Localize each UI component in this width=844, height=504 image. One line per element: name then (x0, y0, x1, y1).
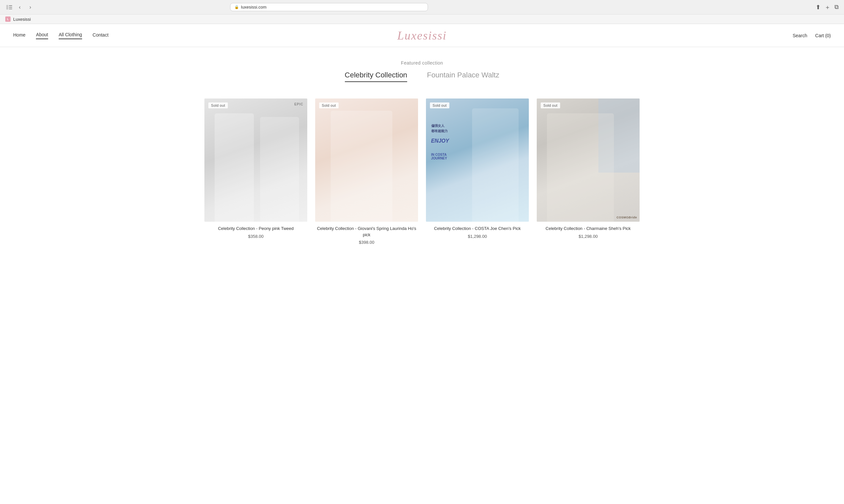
svg-rect-0 (6, 5, 8, 10)
address-bar[interactable]: 🔒 luxesissi.com (230, 3, 428, 11)
sold-out-badge-1: Sold out (208, 103, 228, 108)
product-info-2: Celebrity Collection - Giovani's Spring … (315, 222, 418, 246)
search-link[interactable]: Search (793, 33, 807, 38)
product-image-1: EPIC Sold out (204, 98, 307, 222)
product-grid: EPIC Sold out Celebrity Collection - Peo… (204, 98, 640, 246)
nav-right: Search Cart (0) (793, 33, 831, 38)
svg-rect-1 (9, 5, 12, 6)
product-price-4: $1,298.00 (538, 234, 638, 239)
browser-chrome: ‹ › 🔒 luxesissi.com ⬆ ＋ ⧉ (0, 0, 844, 15)
tab-fountain-palace[interactable]: Fountain Palace Waltz (427, 71, 499, 82)
product-card-2[interactable]: Sold out Celebrity Collection - Giovani'… (315, 98, 418, 246)
browser-actions: ⬆ ＋ ⧉ (816, 3, 839, 11)
browser-controls: ‹ › (5, 3, 34, 11)
product-info-4: Celebrity Collection - Charmaine Sheh's … (537, 222, 640, 240)
product-name-3: Celebrity Collection - COSTA Joe Chen's … (427, 226, 528, 232)
new-tab-button[interactable]: ＋ (825, 3, 830, 11)
tabs-button[interactable]: ⧉ (834, 3, 839, 11)
product-price-2: $398.00 (316, 240, 417, 245)
url-text: luxesissi.com (241, 5, 266, 10)
main-content: Featured collection Celebrity Collection… (191, 47, 653, 266)
tab-label: Luxesissi (13, 17, 31, 22)
svg-rect-2 (9, 7, 12, 7)
lock-icon: 🔒 (235, 5, 239, 9)
product-card-4[interactable]: COSMOBride Sold out Celebrity Collection… (537, 98, 640, 246)
tab-celebrity-collection[interactable]: Celebrity Collection (345, 71, 408, 82)
product-name-2: Celebrity Collection - Giovani's Spring … (316, 226, 417, 237)
forward-button[interactable]: › (27, 3, 34, 11)
product-price-3: $1,298.00 (427, 234, 528, 239)
product-card-1[interactable]: EPIC Sold out Celebrity Collection - Peo… (204, 98, 307, 246)
featured-label: Featured collection (204, 60, 640, 66)
product-card-3[interactable]: 偏强女人都有超能力 ENJOY IN COSTAJOURNEY Sold out… (426, 98, 529, 246)
nav-left: Home About All Clothing Contact (13, 32, 108, 39)
cart-link[interactable]: Cart (0) (815, 33, 831, 38)
product-name-4: Celebrity Collection - Charmaine Sheh's … (538, 226, 638, 232)
sold-out-badge-2: Sold out (319, 103, 339, 108)
nav-all-clothing[interactable]: All Clothing (59, 32, 82, 39)
sold-out-badge-4: Sold out (541, 103, 560, 108)
sidebar-toggle-button[interactable] (5, 3, 13, 11)
product-name-1: Celebrity Collection - Peony pink Tweed (206, 226, 306, 232)
product-image-3: 偏强女人都有超能力 ENJOY IN COSTAJOURNEY Sold out (426, 98, 529, 222)
svg-rect-3 (9, 8, 12, 9)
back-button[interactable]: ‹ (16, 3, 24, 11)
product-image-4: COSMOBride Sold out (537, 98, 640, 222)
product-info-3: Celebrity Collection - COSTA Joe Chen's … (426, 222, 529, 240)
sold-out-badge-3: Sold out (430, 103, 449, 108)
collection-tabs: Celebrity Collection Fountain Palace Wal… (204, 71, 640, 82)
product-image-2: Sold out (315, 98, 418, 222)
product-info-1: Celebrity Collection - Peony pink Tweed … (204, 222, 307, 240)
site-header: Home About All Clothing Contact Luxesiss… (0, 24, 844, 47)
nav-about[interactable]: About (36, 32, 48, 39)
product-price-1: $358.00 (206, 234, 306, 239)
nav-home[interactable]: Home (13, 32, 25, 39)
share-button[interactable]: ⬆ (816, 3, 821, 11)
site-logo: Luxesissi (397, 29, 447, 42)
tab-favicon: L (5, 16, 11, 22)
tab-bar: L Luxesissi (0, 15, 844, 24)
nav-contact[interactable]: Contact (93, 32, 108, 39)
